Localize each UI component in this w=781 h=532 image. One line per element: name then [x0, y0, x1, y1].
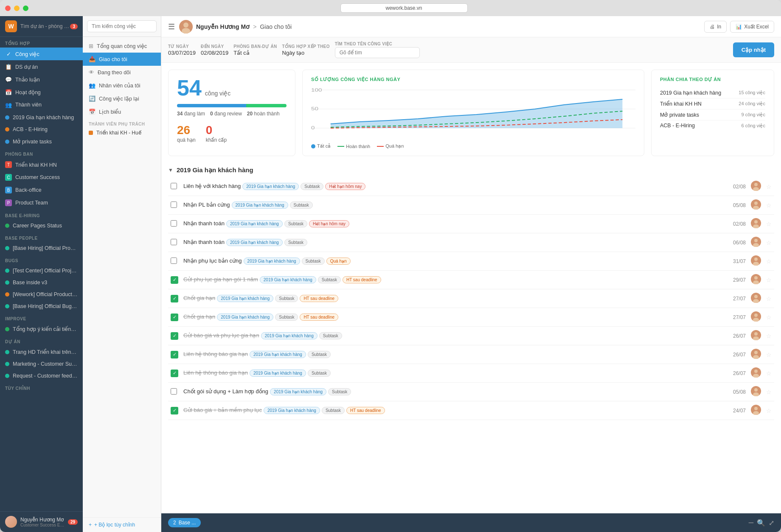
- task-checkbox[interactable]: [171, 220, 177, 227]
- sidebar-item-thao-luan[interactable]: 💬 Thảo luận: [0, 73, 83, 86]
- task-name[interactable]: Chốt gia hạn: [183, 314, 215, 320]
- task-nav-watching[interactable]: 👁 Đang theo dõi: [83, 66, 161, 79]
- task-group-header[interactable]: ▼ 2019 Gia hạn khách hàng: [168, 163, 774, 177]
- task-checkbox[interactable]: [171, 239, 177, 245]
- task-star-cell[interactable]: ☆: [764, 196, 774, 215]
- task-star-cell[interactable]: ☆: [764, 327, 774, 345]
- sidebar-item-thanh-vien[interactable]: 👥 Thành viên: [0, 98, 83, 111]
- task-nav-assigned[interactable]: 📥 Giao cho tôi: [83, 53, 161, 66]
- project-item-trien-khai-hue[interactable]: Triển khai KH - Huế: [83, 127, 161, 138]
- task-star-cell[interactable]: ☆: [764, 271, 774, 289]
- repeat-icon: 🔄: [89, 95, 96, 102]
- task-name[interactable]: Nhận phụ lục bản cứng: [183, 258, 242, 264]
- sidebar-item-career-pages[interactable]: Career Pages Status: [0, 220, 83, 232]
- task-name[interactable]: Nhận thanh toán: [183, 239, 225, 245]
- sidebar-item-base-hiring-official[interactable]: [Base Hiring] Official Product...: [0, 242, 83, 254]
- task-checkbox[interactable]: [171, 202, 177, 208]
- sidebar-item-label: Request - Customer feedback: [13, 373, 78, 379]
- dept-value[interactable]: Tất cả: [233, 50, 277, 56]
- task-row: Nhận phụ lục bản cứng2019 Gia hạn khách …: [168, 252, 774, 271]
- task-nav-overview[interactable]: ⊞ Tổng quan công việc: [83, 39, 161, 53]
- sidebar-item-test-center[interactable]: [Test Center] Official Project: [0, 265, 83, 277]
- task-name[interactable]: Liên hệ với khách hàng: [183, 183, 241, 189]
- task-avatar-cell: [748, 271, 764, 289]
- task-star-cell[interactable]: ☆: [764, 364, 774, 383]
- task-done-checkbox[interactable]: ✓: [171, 407, 178, 414]
- task-star-cell[interactable]: ☆: [764, 401, 774, 420]
- task-done-checkbox[interactable]: ✓: [171, 351, 178, 358]
- sidebar-item-ds-du-an[interactable]: 📋 DS dự án: [0, 60, 83, 73]
- task-star-cell[interactable]: ☆: [764, 177, 774, 196]
- breakdown-name: 2019 Gia hạn khách hàng: [660, 90, 721, 96]
- expand-bottom-button[interactable]: ⤢: [769, 519, 774, 527]
- from-date-value[interactable]: 03/07/2019: [168, 50, 196, 56]
- minimize-button[interactable]: [14, 6, 20, 11]
- print-button[interactable]: 🖨 In: [704, 21, 727, 33]
- task-search-input[interactable]: [335, 47, 420, 58]
- sidebar-item-cong-viec[interactable]: ✓ Công việc: [0, 48, 83, 60]
- close-button[interactable]: [5, 6, 11, 11]
- task-done-checkbox[interactable]: ✓: [171, 332, 178, 340]
- notification-button[interactable]: 2 Base ...: [168, 518, 201, 527]
- task-name[interactable]: Chốt gia hạn: [183, 295, 215, 301]
- sidebar-item-base-hiring-bug[interactable]: [Base Hiring] Official Bug Hiri...: [0, 300, 83, 312]
- sidebar-item-mo-private[interactable]: Mở private tasks: [0, 135, 83, 148]
- task-star-cell[interactable]: ☆: [764, 215, 774, 233]
- sidebar-item-base-inside[interactable]: Base inside v3: [0, 277, 83, 288]
- task-done-checkbox[interactable]: ✓: [171, 370, 178, 377]
- task-star-cell[interactable]: ☆: [764, 383, 774, 401]
- sidebar-item-product-team[interactable]: P Product Team: [0, 196, 83, 209]
- task-name[interactable]: Gửi báo giá và phụ lục gia hạn: [183, 332, 259, 339]
- task-assignee-avatar: [751, 274, 761, 284]
- breakdown-name: Mở private tasks: [660, 112, 699, 118]
- task-nav-recurring[interactable]: 🔄 Công việc lặp lại: [83, 92, 161, 105]
- add-filter-button[interactable]: + + Bộ lọc tùy chỉnh: [83, 517, 161, 532]
- project-icon: B: [5, 187, 12, 193]
- task-nav-my-team[interactable]: 👥 Nhân viên của tôi: [83, 79, 161, 92]
- task-nav-calendar[interactable]: 📅 Lịch biểu: [83, 105, 161, 118]
- task-star-cell[interactable]: ☆: [764, 252, 774, 271]
- task-done-checkbox[interactable]: ✓: [171, 314, 178, 321]
- task-checkbox[interactable]: [171, 388, 177, 395]
- export-excel-button[interactable]: 📊 Xuất Excel: [730, 21, 774, 33]
- stats-main-card: 54 công việc 34 đang làm 0 đang review 2…: [168, 70, 295, 156]
- task-name[interactable]: Liên hệ thông báo gia hạn: [183, 370, 248, 376]
- sidebar-item-acb-ehiring[interactable]: ACB - E-Hiring: [0, 123, 83, 135]
- sidebar-item-tong-hop-y-kien[interactable]: Tổng hợp ý kiến cải tiến Bas...: [0, 323, 83, 335]
- search-bottom-button[interactable]: 🔍: [757, 519, 765, 527]
- sidebar-item-hoat-dong[interactable]: 📅 Hoạt động: [0, 86, 83, 98]
- task-name[interactable]: Nhận thanh toán: [183, 220, 225, 227]
- task-done-checkbox[interactable]: ✓: [171, 276, 178, 284]
- maximize-button[interactable]: [23, 6, 28, 11]
- sidebar-item-customer-success[interactable]: C Customer Success: [0, 171, 83, 184]
- task-star-cell[interactable]: ☆: [764, 233, 774, 252]
- to-date-value[interactable]: 02/08/2019: [201, 50, 228, 56]
- sidebar-item-trien-khai-kh[interactable]: T Triển khai KH HN: [0, 158, 83, 171]
- task-tag: Subtask: [284, 239, 307, 246]
- sidebar-item-request-cf[interactable]: Request - Customer feedback: [0, 370, 83, 382]
- task-name[interactable]: Gửi phụ lục gia hạn gói 1 năm: [183, 276, 258, 283]
- sidebar-item-wework-official[interactable]: [Wework] Official Product De...: [0, 288, 83, 300]
- sidebar: W Tìm dự án - phòng ban 3 TỔNG HỢP ✓ Côn…: [0, 16, 83, 532]
- hamburger-menu[interactable]: ☰: [168, 22, 175, 31]
- minimize-bottom-button[interactable]: ─: [749, 519, 753, 527]
- sidebar-item-gia-han-kh[interactable]: 2019 Gia hạn khách hàng: [0, 111, 83, 123]
- task-name[interactable]: Gửi báo giá + bản mềm phụ lục: [183, 407, 262, 413]
- sidebar-item-back-office[interactable]: B Back-office: [0, 184, 83, 196]
- task-done-checkbox[interactable]: ✓: [171, 295, 178, 302]
- task-name[interactable]: Liên hệ thông báo gia hạn: [183, 351, 248, 357]
- task-star-cell[interactable]: ☆: [764, 289, 774, 308]
- task-name[interactable]: Nhận PL bản cứng: [183, 202, 230, 208]
- legend-hoan-thanh: Hoàn thành: [337, 143, 370, 149]
- sidebar-item-marketing-cs[interactable]: Marketing - Customer Succe...: [0, 358, 83, 370]
- sidebar-item-trang-hd[interactable]: Trang HD Triển khai trên We...: [0, 346, 83, 358]
- task-name[interactable]: Chốt gói sử dụng + Làm hợp đồng: [183, 388, 268, 395]
- group-value[interactable]: Ngày tạo: [282, 50, 330, 56]
- task-checkbox[interactable]: [171, 258, 177, 264]
- task-star-cell[interactable]: ☆: [764, 345, 774, 364]
- search-input[interactable]: [87, 20, 157, 32]
- task-star-cell[interactable]: ☆: [764, 308, 774, 327]
- update-button[interactable]: Cập nhật: [733, 42, 774, 57]
- group-label: TỔNG HỢP XẾP THEO: [282, 44, 330, 49]
- task-checkbox[interactable]: [171, 183, 177, 189]
